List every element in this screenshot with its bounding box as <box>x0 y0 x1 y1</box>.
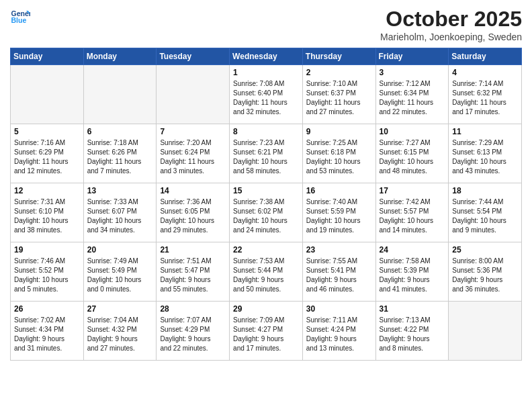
day-number: 16 <box>306 186 372 195</box>
day-info: Sunrise: 7:40 AM Sunset: 5:59 PM Dayligh… <box>306 197 372 235</box>
col-monday: Monday <box>83 48 157 65</box>
day-number: 4 <box>452 68 518 77</box>
day-info: Sunrise: 7:11 AM Sunset: 4:24 PM Dayligh… <box>306 316 372 353</box>
calendar-cell: 15Sunrise: 7:38 AM Sunset: 6:02 PM Dayli… <box>230 183 303 242</box>
calendar-cell: 10Sunrise: 7:27 AM Sunset: 6:15 PM Dayli… <box>375 124 449 183</box>
calendar: Sunday Monday Tuesday Wednesday Thursday… <box>10 48 522 361</box>
day-number: 31 <box>380 304 445 314</box>
day-info: Sunrise: 7:14 AM Sunset: 6:32 PM Dayligh… <box>452 79 518 117</box>
day-info: Sunrise: 7:58 AM Sunset: 5:39 PM Dayligh… <box>380 257 445 294</box>
calendar-cell: 23Sunrise: 7:55 AM Sunset: 5:41 PM Dayli… <box>302 242 375 302</box>
day-info: Sunrise: 7:07 AM Sunset: 4:29 PM Dayligh… <box>160 316 226 353</box>
day-number: 1 <box>233 68 299 77</box>
calendar-cell: 29Sunrise: 7:09 AM Sunset: 4:27 PM Dayli… <box>230 302 303 361</box>
day-info: Sunrise: 7:38 AM Sunset: 6:02 PM Dayligh… <box>233 197 299 235</box>
calendar-cell <box>83 65 157 124</box>
day-number: 7 <box>160 127 226 136</box>
day-info: Sunrise: 7:16 AM Sunset: 6:29 PM Dayligh… <box>14 138 80 176</box>
day-number: 19 <box>14 245 80 255</box>
page: General Blue October 2025 Marieholm, Joe… <box>0 0 532 371</box>
day-info: Sunrise: 8:00 AM Sunset: 5:36 PM Dayligh… <box>452 257 518 294</box>
day-number: 6 <box>87 127 153 136</box>
day-number: 9 <box>306 127 372 136</box>
calendar-cell: 25Sunrise: 8:00 AM Sunset: 5:36 PM Dayli… <box>449 242 522 302</box>
day-number: 22 <box>233 245 299 255</box>
day-number: 26 <box>14 304 80 314</box>
calendar-cell: 2Sunrise: 7:10 AM Sunset: 6:37 PM Daylig… <box>302 65 375 124</box>
day-number: 14 <box>160 186 226 195</box>
calendar-cell: 17Sunrise: 7:42 AM Sunset: 5:57 PM Dayli… <box>375 183 449 242</box>
day-number: 5 <box>14 127 80 136</box>
calendar-cell: 4Sunrise: 7:14 AM Sunset: 6:32 PM Daylig… <box>449 65 522 124</box>
week-row-3: 19Sunrise: 7:46 AM Sunset: 5:52 PM Dayli… <box>11 242 522 302</box>
calendar-cell: 11Sunrise: 7:29 AM Sunset: 6:13 PM Dayli… <box>449 124 522 183</box>
calendar-cell: 3Sunrise: 7:12 AM Sunset: 6:34 PM Daylig… <box>375 65 449 124</box>
day-info: Sunrise: 7:25 AM Sunset: 6:18 PM Dayligh… <box>306 138 372 176</box>
calendar-cell <box>449 302 522 361</box>
col-tuesday: Tuesday <box>157 48 230 65</box>
day-info: Sunrise: 7:10 AM Sunset: 6:37 PM Dayligh… <box>306 79 372 117</box>
logo: General Blue <box>10 7 30 27</box>
day-number: 27 <box>87 304 153 314</box>
calendar-cell: 12Sunrise: 7:31 AM Sunset: 6:10 PM Dayli… <box>11 183 84 242</box>
day-info: Sunrise: 7:42 AM Sunset: 5:57 PM Dayligh… <box>380 197 445 235</box>
day-info: Sunrise: 7:44 AM Sunset: 5:54 PM Dayligh… <box>452 197 518 235</box>
calendar-cell: 19Sunrise: 7:46 AM Sunset: 5:52 PM Dayli… <box>11 242 84 302</box>
col-wednesday: Wednesday <box>230 48 303 65</box>
day-info: Sunrise: 7:31 AM Sunset: 6:10 PM Dayligh… <box>14 197 80 235</box>
calendar-cell: 9Sunrise: 7:25 AM Sunset: 6:18 PM Daylig… <box>302 124 375 183</box>
day-number: 18 <box>452 186 518 195</box>
day-number: 13 <box>87 186 153 195</box>
calendar-cell: 26Sunrise: 7:02 AM Sunset: 4:34 PM Dayli… <box>11 302 84 361</box>
day-number: 12 <box>14 186 80 195</box>
week-row-2: 12Sunrise: 7:31 AM Sunset: 6:10 PM Dayli… <box>11 183 522 242</box>
calendar-cell: 7Sunrise: 7:20 AM Sunset: 6:24 PM Daylig… <box>157 124 230 183</box>
day-info: Sunrise: 7:04 AM Sunset: 4:32 PM Dayligh… <box>87 316 153 353</box>
day-number: 17 <box>380 186 445 195</box>
calendar-cell: 22Sunrise: 7:53 AM Sunset: 5:44 PM Dayli… <box>230 242 303 302</box>
calendar-cell: 30Sunrise: 7:11 AM Sunset: 4:24 PM Dayli… <box>302 302 375 361</box>
day-number: 23 <box>306 245 372 255</box>
week-row-4: 26Sunrise: 7:02 AM Sunset: 4:34 PM Dayli… <box>11 302 522 361</box>
day-number: 29 <box>233 304 299 314</box>
week-row-1: 5Sunrise: 7:16 AM Sunset: 6:29 PM Daylig… <box>11 124 522 183</box>
calendar-cell: 5Sunrise: 7:16 AM Sunset: 6:29 PM Daylig… <box>11 124 84 183</box>
month-title: October 2025 <box>380 7 522 32</box>
day-number: 24 <box>380 245 445 255</box>
day-number: 20 <box>87 245 153 255</box>
day-number: 10 <box>380 127 445 136</box>
calendar-cell: 27Sunrise: 7:04 AM Sunset: 4:32 PM Dayli… <box>83 302 157 361</box>
calendar-cell: 18Sunrise: 7:44 AM Sunset: 5:54 PM Dayli… <box>449 183 522 242</box>
col-friday: Friday <box>375 48 449 65</box>
svg-text:Blue: Blue <box>11 16 27 24</box>
col-saturday: Saturday <box>449 48 522 65</box>
calendar-cell: 21Sunrise: 7:51 AM Sunset: 5:47 PM Dayli… <box>157 242 230 302</box>
day-info: Sunrise: 7:46 AM Sunset: 5:52 PM Dayligh… <box>14 257 80 294</box>
day-info: Sunrise: 7:27 AM Sunset: 6:15 PM Dayligh… <box>380 138 445 176</box>
day-info: Sunrise: 7:20 AM Sunset: 6:24 PM Dayligh… <box>160 138 226 176</box>
day-number: 2 <box>306 68 372 77</box>
day-info: Sunrise: 7:09 AM Sunset: 4:27 PM Dayligh… <box>233 316 299 353</box>
header: General Blue October 2025 Marieholm, Joe… <box>10 7 522 42</box>
day-info: Sunrise: 7:55 AM Sunset: 5:41 PM Dayligh… <box>306 257 372 294</box>
calendar-cell: 28Sunrise: 7:07 AM Sunset: 4:29 PM Dayli… <box>157 302 230 361</box>
day-info: Sunrise: 7:12 AM Sunset: 6:34 PM Dayligh… <box>380 79 445 117</box>
calendar-cell: 20Sunrise: 7:49 AM Sunset: 5:49 PM Dayli… <box>83 242 157 302</box>
calendar-cell: 6Sunrise: 7:18 AM Sunset: 6:26 PM Daylig… <box>83 124 157 183</box>
day-number: 8 <box>233 127 299 136</box>
title-block: October 2025 Marieholm, Joenkoeping, Swe… <box>380 7 522 42</box>
day-info: Sunrise: 7:33 AM Sunset: 6:07 PM Dayligh… <box>87 197 153 235</box>
day-info: Sunrise: 7:13 AM Sunset: 4:22 PM Dayligh… <box>380 316 445 353</box>
calendar-cell <box>11 65 84 124</box>
header-row: Sunday Monday Tuesday Wednesday Thursday… <box>11 48 522 65</box>
calendar-cell: 14Sunrise: 7:36 AM Sunset: 6:05 PM Dayli… <box>157 183 230 242</box>
day-info: Sunrise: 7:18 AM Sunset: 6:26 PM Dayligh… <box>87 138 153 176</box>
col-thursday: Thursday <box>302 48 375 65</box>
subtitle: Marieholm, Joenkoeping, Sweden <box>380 32 522 42</box>
day-info: Sunrise: 7:23 AM Sunset: 6:21 PM Dayligh… <box>233 138 299 176</box>
day-info: Sunrise: 7:49 AM Sunset: 5:49 PM Dayligh… <box>87 257 153 294</box>
day-number: 28 <box>160 304 226 314</box>
day-number: 30 <box>306 304 372 314</box>
day-info: Sunrise: 7:02 AM Sunset: 4:34 PM Dayligh… <box>14 316 80 353</box>
logo-icon: General Blue <box>10 7 30 27</box>
